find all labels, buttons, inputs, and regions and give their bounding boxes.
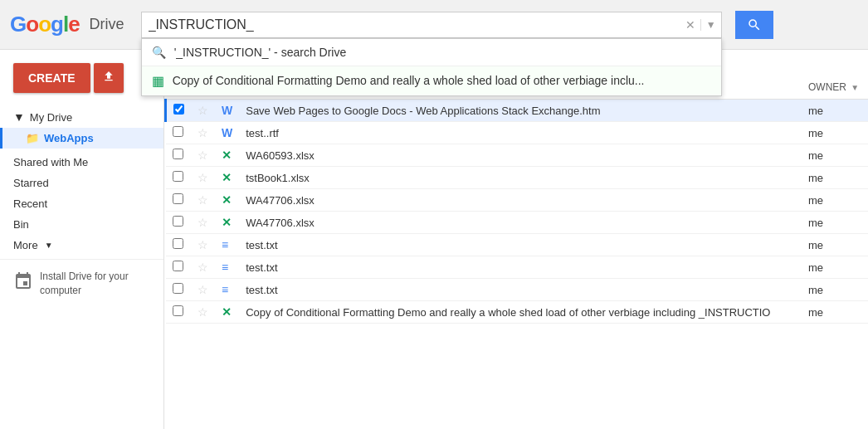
row-title-cell[interactable]: WA60593.xlsx (239, 144, 802, 167)
row-owner-cell: me (802, 189, 868, 212)
star-icon[interactable]: ☆ (197, 305, 208, 319)
row-checkbox[interactable] (173, 261, 183, 271)
sidebar-item-webapps-label: WebApps (44, 132, 94, 144)
search-input[interactable] (142, 12, 680, 37)
row-icon-cell: ✕ (215, 144, 239, 167)
row-star-cell: ☆ (191, 256, 215, 279)
row-checkbox[interactable] (173, 193, 183, 204)
row-checkbox[interactable] (173, 126, 183, 137)
install-drive-icon (13, 271, 33, 297)
sidebar-item-starred-label: Starred (13, 177, 49, 189)
row-title-cell[interactable]: Save Web Pages to Google Docs - Web Appl… (239, 100, 802, 122)
my-drive-expand-icon: ▼ (13, 110, 25, 124)
row-star-cell: ☆ (191, 279, 215, 301)
sidebar-item-shared-with-me[interactable]: Shared with Me (0, 152, 163, 173)
row-checkbox[interactable] (173, 104, 184, 115)
file-type-icon: ✕ (222, 305, 232, 319)
row-title-cell[interactable]: test..rtf (239, 122, 802, 144)
table-header-owner[interactable]: OWNER ▼ (802, 76, 868, 100)
row-star-cell: ☆ (191, 234, 215, 256)
sidebar-item-recent-label: Recent (13, 197, 47, 210)
search-dropdown-icon[interactable]: ▼ (700, 19, 721, 31)
row-owner-cell: me (802, 167, 868, 189)
file-type-icon: ≡ (222, 283, 228, 296)
star-icon[interactable]: ☆ (197, 193, 208, 207)
create-button[interactable]: CREATE (13, 63, 90, 93)
file-type-icon: ✕ (222, 193, 232, 207)
sidebar-item-recent[interactable]: Recent (0, 193, 163, 214)
row-icon-cell: ✕ (215, 301, 239, 324)
google-logo: Google (10, 12, 80, 37)
file-type-icon: ≡ (222, 238, 228, 251)
star-icon[interactable]: ☆ (197, 171, 208, 184)
star-icon[interactable]: ☆ (197, 283, 208, 296)
row-owner-cell: me (802, 100, 868, 122)
row-checkbox[interactable] (173, 305, 183, 316)
table-row: ☆ ✕ WA47706.xlsx me (166, 212, 869, 234)
install-drive-item[interactable]: Install Drive for your computer (0, 263, 163, 305)
row-icon-cell: ≡ (215, 234, 239, 256)
row-check-cell (166, 144, 192, 167)
row-check-cell (166, 279, 192, 301)
star-icon[interactable]: ☆ (197, 216, 208, 229)
row-icon-cell: W (215, 100, 239, 122)
row-checkbox[interactable] (173, 216, 183, 227)
row-checkbox[interactable] (173, 149, 183, 159)
search-clear-icon[interactable]: ✕ (680, 18, 700, 32)
owner-sort-icon: ▼ (851, 83, 859, 92)
row-title-cell[interactable]: test.txt (239, 256, 802, 279)
row-check-cell (166, 301, 192, 324)
sidebar-divider (0, 259, 163, 260)
row-title-cell[interactable]: tstBook1.xlsx (239, 167, 802, 189)
sidebar-item-more-label: More (13, 239, 38, 251)
search-box: ✕ ▼ (141, 12, 722, 38)
star-icon[interactable]: ☆ (197, 238, 208, 251)
sidebar: CREATE ▼ My Drive 📁 WebApps Shared with … (0, 50, 164, 429)
row-icon-cell: ✕ (215, 167, 239, 189)
row-checkbox[interactable] (173, 238, 183, 249)
upload-icon (102, 70, 115, 83)
main-layout: CREATE ▼ My Drive 📁 WebApps Shared with … (0, 50, 868, 429)
table-row: ☆ ✕ tstBook1.xlsx me (166, 167, 869, 189)
row-checkbox[interactable] (173, 283, 183, 294)
file-type-icon: W (222, 126, 232, 139)
sidebar-item-starred[interactable]: Starred (0, 173, 163, 193)
row-owner-cell: me (802, 122, 868, 144)
row-title-cell[interactable]: test.txt (239, 279, 802, 301)
search-button[interactable] (735, 11, 773, 39)
sidebar-item-shared-label: Shared with Me (13, 156, 88, 168)
row-check-cell (166, 189, 192, 212)
file-type-icon: ≡ (222, 261, 228, 274)
sidebar-item-webapps[interactable]: 📁 WebApps (0, 128, 163, 149)
upload-button[interactable] (94, 63, 124, 93)
sidebar-item-my-drive[interactable]: ▼ My Drive (0, 106, 163, 128)
file-type-icon: ✕ (222, 216, 232, 229)
star-icon[interactable]: ☆ (197, 149, 208, 162)
row-title-cell[interactable]: WA47706.xlsx (239, 212, 802, 234)
sidebar-item-bin[interactable]: Bin (0, 214, 163, 235)
row-title-cell[interactable]: WA47706.xlsx (239, 189, 802, 212)
row-title-cell[interactable]: test.txt (239, 234, 802, 256)
row-owner-cell: me (802, 301, 868, 324)
search-button-icon (747, 17, 762, 32)
row-title-cell[interactable]: Copy of Conditional Formatting Demo and … (239, 301, 802, 324)
row-owner-cell: me (802, 279, 868, 301)
row-check-cell (166, 212, 192, 234)
table-row: ☆ ✕ WA47706.xlsx me (166, 189, 869, 212)
sidebar-item-more[interactable]: More ▼ (0, 235, 163, 256)
table-row: ☆ ✕ Copy of Conditional Formatting Demo … (166, 301, 869, 324)
star-icon[interactable]: ☆ (197, 261, 208, 274)
row-check-cell (166, 167, 192, 189)
star-icon[interactable]: ☆ (197, 104, 208, 117)
sidebar-section-mydrive: ▼ My Drive 📁 WebApps (0, 106, 163, 149)
autocomplete-file-item[interactable]: ▦ Copy of Conditional Formatting Demo an… (142, 66, 721, 95)
autocomplete-search-item[interactable]: 🔍 '_INSTRUCTION_' - search Drive (142, 39, 721, 66)
row-star-cell: ☆ (191, 301, 215, 324)
row-star-cell: ☆ (191, 122, 215, 144)
file-type-icon: W (222, 104, 232, 117)
row-star-cell: ☆ (191, 212, 215, 234)
star-icon[interactable]: ☆ (197, 126, 208, 139)
row-checkbox[interactable] (173, 171, 183, 182)
row-check-cell (166, 256, 192, 279)
autocomplete-file-text: Copy of Conditional Formatting Demo and … (173, 74, 645, 87)
